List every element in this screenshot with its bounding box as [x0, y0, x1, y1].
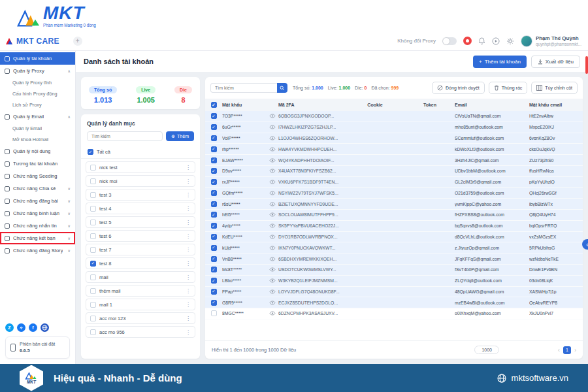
sidebar-item[interactable]: Quản lý Proxy∧	[0, 65, 75, 77]
row-checkbox[interactable]: ✓	[211, 267, 217, 272]
sidebar-expand-button[interactable]: +	[73, 37, 82, 46]
kebab-menu-icon[interactable]: ⋮	[186, 192, 191, 198]
kebab-menu-icon[interactable]: ⋮	[186, 165, 191, 171]
footer-website-link[interactable]: mktsoftware.vn	[497, 373, 568, 383]
kebab-menu-icon[interactable]: ⋮	[186, 316, 191, 321]
table-row[interactable]: ✓VoIP*****L1OJO4WHSS6ZQORHOW...SCemmluf@…	[205, 133, 583, 144]
header-checkbox[interactable]: ✓	[211, 102, 217, 108]
close-browser-button[interactable]: Đóng trình duyệt	[432, 82, 485, 94]
website-globe-icon[interactable]	[41, 323, 49, 332]
sidebar-item[interactable]: Chức năng Chia sẻ∨	[0, 182, 75, 195]
row-checkbox[interactable]: ✓	[211, 113, 217, 119]
category-add-button[interactable]: ⊕ Thêm	[166, 131, 194, 141]
eye-icon[interactable]	[267, 147, 278, 152]
table-row[interactable]: ✓rxJP*****VXKU6PFK7S1BDF9TT4EN...GL2clM3…	[205, 177, 583, 188]
facebook-icon[interactable]: f	[29, 323, 37, 332]
category-checkbox[interactable]	[90, 329, 96, 335]
row-checkbox[interactable]: ✓	[211, 245, 217, 251]
eye-icon[interactable]	[267, 289, 278, 294]
sidebar-item[interactable]: Chức năng đăng bài∨	[0, 195, 75, 207]
select-all-checkbox[interactable]: ✓	[88, 149, 93, 155]
kebab-menu-icon[interactable]: ⋮	[186, 233, 191, 239]
row-checkbox[interactable]: ✓	[211, 300, 217, 306]
sidebar-item[interactable]: Quản lý nội dung	[0, 145, 75, 157]
eye-icon[interactable]	[267, 223, 278, 228]
category-item[interactable]: mail⋮	[86, 271, 195, 283]
trash-button[interactable]: Thùng rác	[489, 82, 528, 94]
category-item[interactable]: mail 1⋮	[86, 299, 195, 310]
table-row[interactable]: ✓FPap*****LOYVJDFLG7Q48ONUKD8F...48QpUAW…	[205, 287, 583, 298]
eye-icon[interactable]	[267, 257, 278, 261]
category-item[interactable]: nick moi⋮	[86, 175, 195, 187]
category-item[interactable]: ✓test 8⋮	[86, 257, 195, 269]
category-item[interactable]: nick test⋮	[86, 161, 195, 173]
eye-icon[interactable]	[267, 235, 278, 239]
sidebar-item[interactable]: Chức năng đăng Story∨	[0, 244, 75, 257]
table-row[interactable]: ✓4ydp*****SK5PYYaPBVU6ACEHO22J...bgSqxvs…	[205, 221, 583, 232]
kebab-menu-icon[interactable]: ⋮	[186, 247, 191, 253]
category-item[interactable]: test 6⋮	[86, 230, 195, 242]
table-row[interactable]: ✓KdEU*****DYO1RB7ODLWVRBPNQX...d8QcVLhL@…	[205, 232, 583, 243]
category-checkbox[interactable]: ✓	[90, 261, 96, 267]
category-checkbox[interactable]	[90, 206, 96, 212]
row-checkbox[interactable]: ✓	[211, 179, 217, 185]
table-row[interactable]: ✓7O3P*****6QBOSG3JPNXGODOQP...CfVsUaTN@g…	[205, 111, 583, 122]
notifications-bell-icon[interactable]	[478, 37, 485, 45]
category-checkbox[interactable]	[90, 247, 96, 253]
sidebar-item[interactable]: Mở khoá Hotmail	[0, 134, 75, 145]
row-checkbox[interactable]: ✓	[211, 212, 217, 218]
sidebar-item[interactable]: Lịch sử Proxy	[0, 99, 75, 110]
table-row[interactable]: ✓G8R9*****ECJXZ8SDUTEHPS2DGLQ...mzEB4wBl…	[205, 297, 583, 308]
table-row[interactable]: ✓kUjd*****IKN7Y0PNUCKAVQWKWT...z.JtyuzQp…	[205, 242, 583, 253]
sidebar-item[interactable]: Cấu hình Proxy động	[0, 88, 75, 99]
sidebar-item[interactable]: Quản lý tài khoản	[0, 52, 75, 65]
table-row[interactable]: ✓hEl5*****SOCLOUAW8IMUTFFHPP9...fHZFXBS8…	[205, 210, 583, 221]
eye-icon[interactable]	[267, 136, 278, 140]
table-row[interactable]: ✓LBbo*****W3KYB2Q1LEIFJMZNMSM...ZLQYdgll…	[205, 276, 583, 287]
category-checkbox[interactable]	[90, 302, 96, 308]
user-menu[interactable]: Phạm Thế Quỳnh quynhpt@phamsonmkt...	[521, 35, 581, 47]
eye-icon[interactable]	[267, 267, 278, 272]
row-checkbox[interactable]: ✓	[211, 168, 217, 174]
sidebar-item[interactable]: Chức năng bình luận∨	[0, 207, 75, 220]
category-checkbox[interactable]	[90, 192, 96, 198]
category-checkbox[interactable]	[90, 233, 96, 239]
stop-status-icon[interactable]	[463, 37, 472, 45]
eye-icon[interactable]	[267, 125, 278, 129]
row-checkbox[interactable]: ✓	[211, 223, 217, 229]
table-row[interactable]: ✓rhp******HWA4YVKMDWHHPCUEH...kDWoXLfJ@o…	[205, 144, 583, 155]
row-checkbox[interactable]: ✓	[211, 190, 217, 196]
row-checkbox[interactable]: ✓	[211, 278, 217, 284]
eye-icon[interactable]	[267, 301, 278, 305]
category-checkbox[interactable]	[90, 178, 96, 184]
eye-icon[interactable]	[267, 311, 278, 316]
row-checkbox[interactable]: ✓	[211, 256, 217, 262]
current-page-button[interactable]: 1	[563, 346, 571, 354]
add-account-button[interactable]: + Thêm tài khoản	[473, 56, 527, 68]
scrollbar-thumb[interactable]	[585, 56, 588, 74]
kebab-menu-icon[interactable]: ⋮	[186, 329, 191, 335]
search-button[interactable]	[277, 83, 287, 93]
category-checkbox[interactable]	[90, 274, 96, 280]
sidebar-item[interactable]: Chức năng kết bạn∨	[0, 232, 75, 244]
row-checkbox[interactable]: ✓	[211, 157, 217, 163]
eye-icon[interactable]	[267, 169, 278, 173]
page-size-select[interactable]: 1000	[474, 346, 499, 354]
eye-icon[interactable]	[267, 158, 278, 163]
next-page-button[interactable]: ›	[574, 347, 576, 353]
row-checkbox[interactable]: ✓	[211, 146, 217, 152]
row-checkbox[interactable]: ✓	[211, 201, 217, 207]
kebab-menu-icon[interactable]: ⋮	[186, 220, 191, 225]
kebab-menu-icon[interactable]: ⋮	[186, 261, 191, 267]
sidebar-item[interactable]: Chức năng Seeding	[0, 170, 75, 182]
category-item[interactable]: thêm mail⋮	[86, 285, 195, 297]
kebab-menu-icon[interactable]: ⋮	[186, 178, 191, 184]
eye-icon[interactable]	[267, 191, 278, 195]
kebab-menu-icon[interactable]: ⋮	[186, 288, 191, 294]
eye-icon[interactable]	[267, 278, 278, 283]
row-checkbox[interactable]: ✓	[211, 289, 217, 295]
sidebar-item[interactable]: Quản lý Proxy tĩnh	[0, 77, 75, 88]
sidebar-item[interactable]: Quản lý Email∧	[0, 110, 75, 123]
category-item[interactable]: test 3⋮	[86, 189, 195, 201]
eye-icon[interactable]	[267, 212, 278, 217]
